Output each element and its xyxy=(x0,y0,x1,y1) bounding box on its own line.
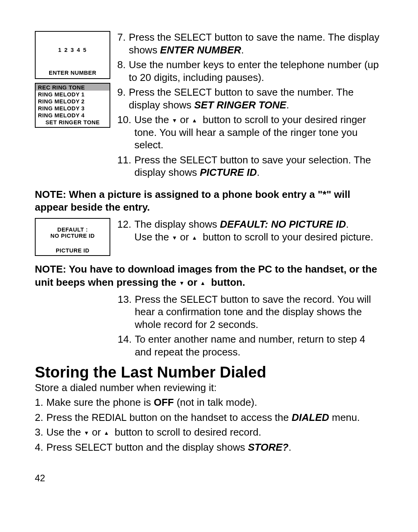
row-screens-and-steps: 1 2 3 4 5 ENTER NUMBER REC RING TONE RIN… xyxy=(35,31,383,181)
text: . xyxy=(288,441,291,453)
step-text: Press the SELECT button to save the numb… xyxy=(129,86,383,111)
text: . xyxy=(346,218,349,230)
step-num: 10. xyxy=(117,113,131,151)
section-intro: Store a dialed number when reviewing it: xyxy=(35,382,383,394)
lcd-footer: ENTER NUMBER xyxy=(36,68,110,78)
step-num: 7. xyxy=(117,31,126,56)
text: or xyxy=(89,426,104,438)
list-item: REC RING TONE xyxy=(36,84,110,91)
store-step-3: 3. Use the ▼ or ▲ button to scroll to de… xyxy=(35,426,383,439)
note-picture-asterisk: NOTE: When a picture is assigned to a ph… xyxy=(35,188,383,215)
lcd-line: NO PICTURE ID xyxy=(50,233,94,239)
step-text: Use the ▼ or ▲ button to scroll to your … xyxy=(134,113,383,151)
step-8: 8. Use the number keys to enter the tele… xyxy=(117,58,383,84)
text: button to scroll to your desired picture… xyxy=(200,231,373,243)
text: Make sure the phone is xyxy=(46,396,154,408)
up-arrow-icon: ▲ xyxy=(200,280,206,287)
step-text: Press the SELECT button to save the reco… xyxy=(135,293,383,331)
step-text: The display shows DEFAULT: NO PICTURE ID… xyxy=(134,218,383,243)
step-11: 11. Press the SELECT button to save your… xyxy=(117,154,383,179)
list-item: RING MELODY 4 xyxy=(36,112,110,118)
step-9: 9. Press the SELECT button to save the n… xyxy=(117,86,383,111)
section-heading: Storing the Last Number Dialed xyxy=(35,364,383,381)
up-arrow-icon: ▲ xyxy=(192,117,197,124)
button-name: SELECT xyxy=(174,87,212,98)
step-text: Press the SELECT button to save your sel… xyxy=(134,154,383,179)
text: or xyxy=(185,276,200,288)
step-13: 13. Press the SELECT button to save the … xyxy=(118,293,383,331)
manual-page: 1 2 3 4 5 ENTER NUMBER REC RING TONE RIN… xyxy=(0,0,418,499)
left-column: DEFAULT : NO PICTURE ID PICTURE ID xyxy=(35,218,110,256)
text: Press the xyxy=(129,86,174,98)
lcd-set-ringer-tone: REC RING TONE RING MELODY 1 RING MELODY … xyxy=(35,83,110,128)
lcd-enter-number: 1 2 3 4 5 ENTER NUMBER xyxy=(35,31,110,79)
text: or xyxy=(177,114,192,125)
text: Press xyxy=(46,441,75,453)
lcd-footer: PICTURE ID xyxy=(36,247,110,255)
steps-storing: 1. Make sure the phone is OFF (not in ta… xyxy=(35,396,383,453)
step-text: To enter another name and number, return… xyxy=(135,333,383,358)
display-keyword: DEFAULT: NO PICTURE ID xyxy=(220,218,346,230)
step-10: 10. Use the ▼ or ▲ button to scroll to y… xyxy=(117,113,383,151)
row-screen3-step12: DEFAULT : NO PICTURE ID PICTURE ID 12. T… xyxy=(35,218,383,256)
text: . xyxy=(286,99,289,111)
text: Use the xyxy=(46,426,84,438)
step-text: Press the SELECT button to save the name… xyxy=(129,31,383,56)
lcd-picture-id: DEFAULT : NO PICTURE ID PICTURE ID xyxy=(35,218,110,256)
text: Press the xyxy=(46,412,92,423)
store-step-2: 2. Press the REDIAL button on the handse… xyxy=(35,411,383,424)
step-num: 9. xyxy=(117,86,126,111)
text: Use the xyxy=(134,114,172,125)
text: button. xyxy=(208,276,245,288)
down-arrow-icon: ▼ xyxy=(84,430,89,437)
text: or xyxy=(177,231,192,243)
text: button on the handset to access the xyxy=(127,412,291,423)
list-item: RING MELODY 2 xyxy=(36,98,110,105)
up-arrow-icon: ▲ xyxy=(192,235,197,242)
step-14: 14. To enter another name and number, re… xyxy=(118,333,383,358)
display-keyword: PICTURE ID xyxy=(200,166,257,178)
display-keyword: SET RINGER TONE xyxy=(194,99,286,111)
lcd-digits: 1 2 3 4 5 xyxy=(58,47,87,53)
step-12-col: 12. The display shows DEFAULT: NO PICTUR… xyxy=(117,218,383,245)
down-arrow-icon: ▼ xyxy=(179,280,185,287)
step-num: 1. xyxy=(35,396,43,409)
page-number: 42 xyxy=(35,473,383,484)
store-step-4: 4. Press SELECT button and the display s… xyxy=(35,441,383,454)
step-num: 8. xyxy=(117,58,126,84)
display-keyword: STORE? xyxy=(248,441,288,453)
step-text: Use the number keys to enter the telepho… xyxy=(129,58,383,84)
steps-13-14: 13. Press the SELECT button to save the … xyxy=(35,293,383,359)
step-num: 11. xyxy=(117,154,131,179)
display-keyword: DIALED xyxy=(291,412,329,423)
list-item: RING MELODY 1 xyxy=(36,91,110,98)
text: button and the display shows xyxy=(113,441,248,453)
step-num: 13. xyxy=(118,293,132,331)
text: Press the xyxy=(129,31,174,43)
text: . xyxy=(257,166,260,178)
button-name: SELECT xyxy=(75,442,112,453)
step-num: 14. xyxy=(118,333,132,358)
text: (not in talk mode). xyxy=(174,396,257,408)
steps-7-11: 7. Press the SELECT button to save the n… xyxy=(117,31,383,181)
step-num: 3. xyxy=(35,426,43,439)
left-column: 1 2 3 4 5 ENTER NUMBER REC RING TONE RIN… xyxy=(35,31,110,128)
step-num: 4. xyxy=(35,441,43,454)
step-text: Use the ▼ or ▲ button to scroll to desir… xyxy=(46,426,383,439)
lcd-line: DEFAULT : xyxy=(57,227,88,233)
down-arrow-icon: ▼ xyxy=(172,235,177,242)
lcd-content: 1 2 3 4 5 xyxy=(36,32,110,68)
store-step-1: 1. Make sure the phone is OFF (not in ta… xyxy=(35,396,383,409)
step-7: 7. Press the SELECT button to save the n… xyxy=(117,31,383,56)
display-keyword: ENTER NUMBER xyxy=(160,44,241,56)
step-text: Press SELECT button and the display show… xyxy=(46,441,383,454)
list-item: RING MELODY 3 xyxy=(36,105,110,112)
text: NOTE: You have to download images from t… xyxy=(35,263,377,288)
down-arrow-icon: ▼ xyxy=(172,117,177,124)
keyword: OFF xyxy=(154,396,174,408)
step-text: Press the REDIAL button on the handset t… xyxy=(46,411,383,424)
step-text: Make sure the phone is OFF (not in talk … xyxy=(46,396,383,409)
step-12: 12. The display shows DEFAULT: NO PICTUR… xyxy=(117,218,383,243)
up-arrow-icon: ▲ xyxy=(104,430,109,437)
note-download-images: NOTE: You have to download images from t… xyxy=(35,263,383,289)
